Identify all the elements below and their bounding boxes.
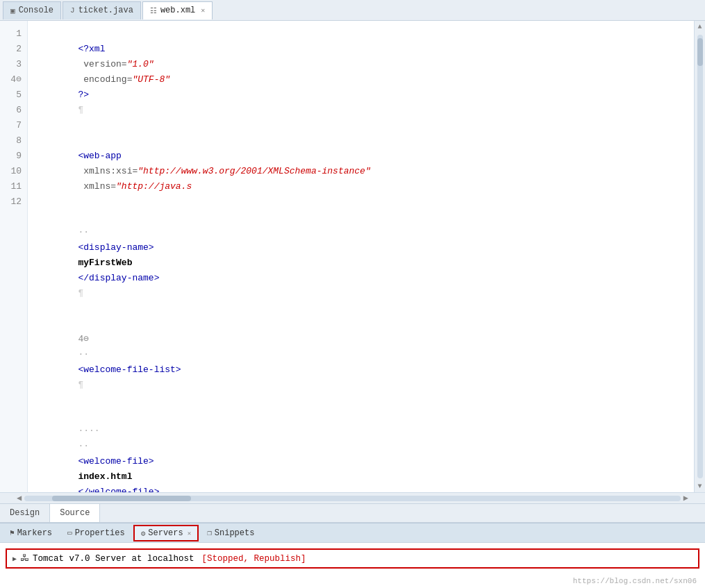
line-num-9: 9 — [6, 149, 27, 164]
line-num-5: 5 — [6, 87, 27, 103]
line-num-11: 11 — [6, 179, 27, 194]
server-list: ▶ 🖧 Tomcat v7.0 Server at localhost [Sto… — [0, 542, 705, 574]
tab-source-label: Source — [60, 508, 90, 518]
panel-tab-markers[interactable]: ⚑ Markers — [3, 525, 59, 541]
snippets-icon: ❐ — [207, 528, 212, 537]
vertical-scrollbar[interactable]: ▲ ▼ — [694, 21, 705, 492]
code-line-5: ···· ·· <welcome-file> index.html </welc… — [35, 408, 687, 492]
line-num-12: 12 — [6, 194, 27, 210]
tab-console-label: Console — [19, 6, 53, 15]
scroll-right-arrow[interactable]: ▶ — [681, 493, 691, 503]
server-row-tomcat[interactable]: ▶ 🖧 Tomcat v7.0 Server at localhost [Sto… — [6, 548, 699, 569]
xml-file-icon: ☷ — [150, 6, 157, 15]
tab-web-xml-label: web.xml — [160, 6, 195, 15]
tab-bar: ▣ Console J ticket.java ☷ web.xml ✕ — [0, 0, 705, 21]
panel-servers-label: Servers — [148, 528, 183, 538]
watermark: https://blog.csdn.net/sxn06 — [0, 574, 705, 588]
scroll-h-thumb[interactable] — [52, 496, 191, 501]
scroll-v-thumb[interactable] — [697, 38, 703, 66]
scroll-h-track[interactable] — [24, 496, 681, 501]
tab-web-xml[interactable]: ☷ web.xml ✕ — [142, 1, 213, 19]
panels-bar: ⚑ Markers ▭ Properties ⚙ Servers ✕ ❐ Sni… — [0, 523, 705, 542]
panel-tab-servers[interactable]: ⚙ Servers ✕ — [133, 525, 199, 541]
expand-arrow-icon[interactable]: ▶ — [13, 555, 17, 563]
servers-icon: ⚙ — [141, 529, 146, 538]
tab-console[interactable]: ▣ Console — [3, 1, 61, 19]
panel-tab-properties[interactable]: ▭ Properties — [60, 525, 132, 541]
tab-source[interactable]: Source — [50, 504, 100, 522]
server-name: Tomcat v7.0 Server at localhost — [33, 554, 194, 564]
line-num-1: 1 — [6, 26, 27, 42]
markers-icon: ⚑ — [10, 528, 15, 537]
code-content[interactable]: <?xml version="1.0" encoding="UTF-8" ?> … — [28, 21, 694, 492]
tab-ticket-java[interactable]: J ticket.java — [63, 1, 141, 19]
line-num-4: 4⊖ — [6, 72, 27, 87]
code-line-1: <?xml version="1.0" encoding="UTF-8" ?> … — [35, 26, 687, 133]
tab-ticket-java-label: ticket.java — [78, 6, 133, 15]
line-num-2: 2 — [6, 42, 27, 57]
panel-tab-snippets[interactable]: ❐ Snippets — [200, 525, 261, 541]
line-num-10: 10 — [6, 164, 27, 179]
tab-design[interactable]: Design — [0, 504, 50, 522]
line-num-7: 7 — [6, 118, 27, 133]
panel-close-servers[interactable]: ✕ — [188, 530, 191, 537]
server-file-icon: 🖧 — [20, 553, 29, 564]
editor-area: 1 2 3 4⊖ 5 6 7 8 9 10 11 12 <?xml versio… — [0, 21, 705, 503]
line-num-8: 8 — [6, 133, 27, 149]
tab-design-label: Design — [10, 508, 40, 518]
horizontal-scrollbar[interactable]: ◀ ▶ — [0, 492, 705, 503]
code-line-4: 4⊖ ·· <welcome-file-list> ¶ — [35, 317, 687, 408]
watermark-text: https://blog.csdn.net/sxn06 — [573, 577, 697, 585]
line-numbers: 1 2 3 4⊖ 5 6 7 8 9 10 11 12 — [0, 21, 28, 492]
server-status: [Stopped, Republish] — [202, 554, 306, 564]
line-num-6: 6 — [6, 103, 27, 118]
tab-close-web-xml[interactable]: ✕ — [201, 6, 205, 15]
properties-icon: ▭ — [67, 528, 72, 537]
design-source-bar: Design Source — [0, 503, 705, 523]
code-line-2: <web-app xmlns:xsi="http://www.w3.org/20… — [35, 133, 687, 210]
panel-properties-label: Properties — [75, 528, 125, 538]
code-container: 1 2 3 4⊖ 5 6 7 8 9 10 11 12 <?xml versio… — [0, 21, 705, 492]
scroll-down-arrow[interactable]: ▼ — [697, 480, 702, 492]
console-icon: ▣ — [10, 6, 15, 15]
line-num-3: 3 — [6, 57, 27, 72]
scroll-left-arrow[interactable]: ◀ — [14, 493, 24, 503]
code-line-3: ·· <display-name> myFirstWeb </display-n… — [35, 210, 687, 317]
bottom-section: ⚑ Markers ▭ Properties ⚙ Servers ✕ ❐ Sni… — [0, 523, 705, 588]
panel-snippets-label: Snippets — [215, 528, 255, 538]
scroll-up-arrow[interactable]: ▲ — [697, 21, 702, 33]
java-file-icon: J — [70, 6, 75, 15]
scroll-v-track[interactable] — [697, 35, 703, 478]
panel-markers-label: Markers — [17, 528, 52, 538]
